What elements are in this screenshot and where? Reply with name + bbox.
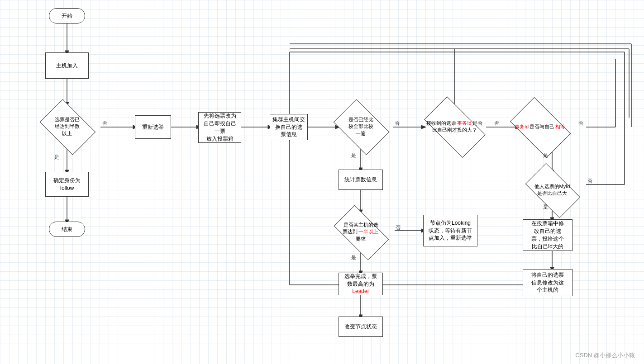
majority-diamond: 选票是否已经达到半数以上 [34,104,100,149]
reelect-node: 重新选举 [135,115,171,139]
myid-diamond: 他人选票的MyId是否比自己大 [518,170,586,210]
label-yes-majority2: 是 [351,254,356,261]
confirm-follow-node: 确定身份为follow [45,172,89,197]
change-state-node: 改变节点状态 [339,317,383,337]
end-node: 结束 [49,222,85,237]
label-yes-majority: 是 [54,154,59,161]
change-vote-node: 先将选票改为自己即投自己一票放入投票箱 [198,112,241,143]
epoch-diamond: 接收到的选票事务Id是否比自己刚才投的大？ [416,104,492,149]
label-no-allcompare: 否 [395,120,400,127]
label-yes-allcompare: 是 [351,152,356,159]
label-no-majority: 否 [102,120,107,127]
start-node: 开始 [49,8,85,24]
majority2-diamond: 是否某主机的选票达到一半以上要求 [327,212,395,252]
complete-node: 选举完成，票数最高的为Leader [339,273,383,295]
flowchart-canvas: 开始 主机加入 选票是否已经达到半数以上 重新选举 先将选票改为自己即投自己一票… [0,0,644,364]
label-no-epoch: 否 [494,120,499,127]
join-node: 主机加入 [45,52,89,79]
label-yes-myid: 是 [543,203,548,210]
count-node: 统计票数信息 [339,170,383,190]
label-yes-epoch-eq: 是 [543,152,548,159]
allcompare-diamond: 是否已经比较全部比较一遍 [328,104,393,149]
label-no-majority2: 否 [396,224,401,231]
exchange-node: 集群主机间交换自己的选票信息 [270,114,308,140]
epoch-eq-diamond: 事务Id是否与自己相等 [504,103,576,151]
update-ballot-node: 在投票箱中修改自己的选票，投给这个比自己Id大的 [523,219,572,251]
watermark: CSDN @小那么小小猿 [575,351,635,359]
looking-node: 节点仍为Looking状态，等待有新节点加入，重新选举 [423,215,477,246]
update-info-node: 将自己的选票信息修改为这个主机的 [523,269,572,296]
label-no-epoch-eq: 否 [578,120,583,127]
label-no-myid: 否 [587,178,592,184]
